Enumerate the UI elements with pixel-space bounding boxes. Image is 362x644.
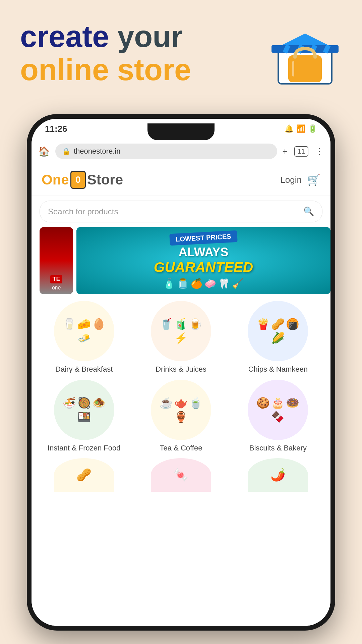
biscuits-product-3: 🍩 — [286, 396, 299, 409]
login-button[interactable]: Login — [280, 175, 302, 185]
logo-one-text: One — [42, 172, 69, 188]
sweets-product-icon: 🍬 — [173, 468, 188, 482]
security-icon: 🔒 — [62, 147, 70, 155]
browser-url-bar[interactable]: 🔒 theonestore.in — [55, 144, 277, 159]
biscuits-product-2: 🎂 — [271, 396, 285, 409]
dairy-product-3: 🥚 — [92, 318, 106, 330]
logo-box: 0 — [70, 171, 86, 189]
wifi-icon: 📶 — [296, 124, 305, 133]
new-tab-icon[interactable]: + — [283, 146, 288, 157]
biscuits-product-4: 🍫 — [271, 411, 285, 423]
dairy-product-2: 🧀 — [77, 318, 91, 330]
category-circle-dairy: 🥛 🧀 🥚 🧈 — [54, 301, 114, 361]
chips-product-1: 🍟 — [256, 318, 270, 330]
instant-product-3: 🧆 — [92, 396, 106, 409]
banner-container: TE one LOWEST PRICES ALWAYS GUARANTEED 🧴 — [40, 227, 330, 294]
chips-product-2: 🥜 — [271, 318, 285, 330]
svg-line-7 — [325, 45, 328, 53]
tea-product-4: 🏺 — [174, 411, 188, 423]
category-circle-tea: ☕ 🫖 🍵 🏺 — [151, 380, 211, 440]
app-header: One 0 Store Login 🛒 — [32, 164, 330, 196]
browser-menu-icon[interactable]: ⋮ — [315, 146, 324, 157]
tea-product-3: 🍵 — [189, 396, 202, 409]
drinks-product-2: 🧃 — [174, 318, 188, 330]
category-biscuits-bakery[interactable]: 🍪 🎂 🍩 🍫 Biscuits & Bakery — [232, 380, 324, 453]
tabs-count-badge[interactable]: 11 — [294, 146, 308, 157]
category-chips-namkeen[interactable]: 🍟 🥜 🍘 🌽 Chips & Namkeen — [232, 301, 324, 374]
tea-product-1: ☕ — [160, 396, 173, 409]
category-dairy-breakfast[interactable]: 🥛 🧀 🥚 🧈 Dairy & Breakfast — [38, 301, 130, 374]
chips-product-4: 🌽 — [271, 332, 285, 344]
chips-product-3: 🍘 — [286, 318, 299, 330]
categories-grid: 🥛 🧀 🥚 🧈 Dairy & Breakfast 🥤 — [38, 301, 324, 453]
biscuits-product-1: 🍪 — [256, 396, 270, 409]
category-label-dairy: Dairy & Breakfast — [55, 365, 113, 374]
categories-section: 🥛 🧀 🥚 🧈 Dairy & Breakfast 🥤 — [32, 294, 330, 453]
status-icons: 🔔 📶 🔋 — [285, 124, 317, 133]
drinks-product-1: 🥤 — [160, 318, 173, 330]
drinks-product-3: 🍺 — [189, 318, 202, 330]
category-circle-biscuits: 🍪 🎂 🍩 🍫 — [248, 380, 308, 440]
search-icon: 🔍 — [303, 206, 314, 217]
banner-area: TE one LOWEST PRICES ALWAYS GUARANTEED 🧴 — [40, 227, 330, 294]
app-content: One 0 Store Login 🛒 Search for products … — [32, 164, 330, 626]
bottom-categories-row: 🥜 🍬 🌶️ — [32, 458, 330, 492]
category-label-biscuits: Biscuits & Bakery — [249, 443, 307, 453]
banner-preview: TE one — [40, 227, 73, 294]
app-logo: One 0 Store — [42, 171, 123, 189]
status-time: 11:26 — [45, 124, 67, 134]
category-label-tea: Tea & Coffee — [160, 443, 202, 453]
category-circle-dry: 🥜 — [54, 458, 114, 492]
category-sweets[interactable]: 🍬 — [135, 458, 227, 492]
banner-line3: GUARANTEED — [154, 259, 253, 275]
banner-line2: ALWAYS — [154, 245, 253, 259]
phone-notch — [147, 123, 215, 140]
browser-actions: + 11 ⋮ — [283, 146, 324, 157]
drinks-product-4: ⚡ — [174, 332, 188, 344]
category-spices[interactable]: 🌶️ — [232, 458, 324, 492]
browser-home-icon[interactable]: 🏠 — [38, 146, 50, 157]
instant-product-1: 🍜 — [63, 396, 76, 409]
dairy-product-4: 🧈 — [77, 332, 91, 344]
svg-line-4 — [285, 45, 288, 53]
tea-product-2: 🫖 — [174, 396, 188, 409]
phone-screen: 11:26 🔔 📶 🔋 🏠 🔒 theonestore.in + 11 ⋮ — [32, 119, 330, 626]
cart-icon[interactable]: 🛒 — [307, 173, 320, 186]
browser-bar: 🏠 🔒 theonestore.in + 11 ⋮ — [32, 139, 330, 164]
create-text: create — [20, 20, 109, 53]
category-circle-sweets: 🍬 — [151, 458, 211, 492]
category-label-chips: Chips & Namkeen — [248, 365, 308, 374]
dairy-product-1: 🥛 — [63, 318, 76, 330]
phone-frame: 11:26 🔔 📶 🔋 🏠 🔒 theonestore.in + 11 ⋮ — [27, 114, 335, 631]
category-tea-coffee[interactable]: ☕ 🫖 🍵 🏺 Tea & Coffee — [135, 380, 227, 453]
logo-box-text: 0 — [75, 174, 81, 185]
notification-icon: 🔔 — [285, 124, 294, 133]
dry-product-icon: 🥜 — [76, 468, 92, 482]
your-text: your — [117, 20, 183, 53]
header-line2: online store — [20, 53, 191, 87]
header-line1: create your — [20, 20, 191, 53]
category-circle-instant: 🍜 🥘 🧆 🍱 — [54, 380, 114, 440]
category-label-instant: Instant & Frozen Food — [48, 443, 121, 453]
category-circle-spices: 🌶️ — [248, 458, 308, 492]
banner-main[interactable]: LOWEST PRICES ALWAYS GUARANTEED 🧴 🫙 🍊 🧼 … — [76, 227, 330, 294]
bottom-categories-grid: 🥜 🍬 🌶️ — [38, 458, 324, 492]
store-icon — [268, 13, 342, 87]
instant-product-2: 🥘 — [77, 396, 91, 409]
logo-store-text: Store — [87, 172, 123, 188]
category-drinks-juices[interactable]: 🥤 🧃 🍺 ⚡ Drinks & Juices — [135, 301, 227, 374]
battery-icon: 🔋 — [308, 124, 317, 133]
app-header-actions: Login 🛒 — [280, 173, 320, 186]
search-bar[interactable]: Search for products 🔍 — [40, 201, 322, 222]
category-instant-frozen[interactable]: 🍜 🥘 🧆 🍱 Instant & Frozen Food — [38, 380, 130, 453]
banner-line1: LOWEST PRICES — [169, 230, 237, 246]
category-dry-fruits[interactable]: 🥜 — [38, 458, 130, 492]
category-circle-drinks: 🥤 🧃 🍺 ⚡ — [151, 301, 211, 361]
page-header: create your online store — [20, 20, 191, 87]
category-label-drinks: Drinks & Juices — [156, 365, 206, 374]
category-circle-chips: 🍟 🥜 🍘 🌽 — [248, 301, 308, 361]
instant-product-4: 🍱 — [77, 411, 91, 423]
spices-product-icon: 🌶️ — [270, 468, 286, 482]
search-placeholder: Search for products — [48, 207, 118, 216]
browser-url: theonestore.in — [74, 147, 120, 156]
